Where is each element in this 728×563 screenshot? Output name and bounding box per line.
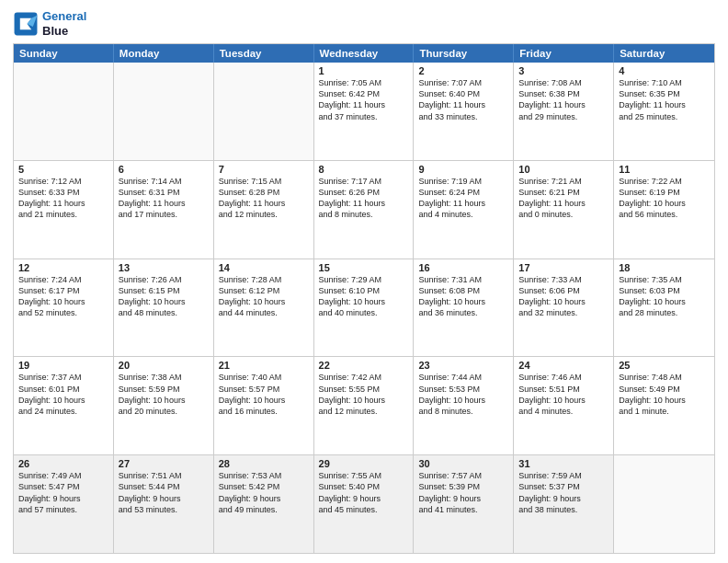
day-number: 28 [219, 458, 309, 469]
day-cell-23: 23Sunrise: 7:44 AM Sunset: 5:53 PM Dayli… [414, 357, 514, 454]
day-number: 16 [418, 262, 508, 273]
day-header-saturday: Saturday [614, 44, 714, 63]
day-header-wednesday: Wednesday [314, 44, 415, 63]
day-details: Sunrise: 7:17 AM Sunset: 6:26 PM Dayligh… [319, 176, 409, 221]
day-cell-24: 24Sunrise: 7:46 AM Sunset: 5:51 PM Dayli… [514, 357, 614, 454]
day-cell-18: 18Sunrise: 7:35 AM Sunset: 6:03 PM Dayli… [614, 259, 714, 357]
day-cell-8: 8Sunrise: 7:17 AM Sunset: 6:26 PM Daylig… [314, 161, 415, 259]
day-number: 17 [518, 262, 609, 273]
day-details: Sunrise: 7:37 AM Sunset: 6:01 PM Dayligh… [18, 372, 108, 417]
day-number: 11 [619, 164, 710, 175]
day-details: Sunrise: 7:29 AM Sunset: 6:10 PM Dayligh… [319, 274, 409, 319]
day-details: Sunrise: 7:57 AM Sunset: 5:39 PM Dayligh… [418, 470, 508, 515]
week-row-3: 19Sunrise: 7:37 AM Sunset: 6:01 PM Dayli… [14, 356, 714, 454]
day-details: Sunrise: 7:55 AM Sunset: 5:40 PM Dayligh… [319, 470, 409, 515]
day-details: Sunrise: 7:12 AM Sunset: 6:33 PM Dayligh… [18, 176, 108, 221]
day-cell-16: 16Sunrise: 7:31 AM Sunset: 6:08 PM Dayli… [414, 259, 514, 357]
day-number: 9 [418, 164, 508, 175]
day-details: Sunrise: 7:08 AM Sunset: 6:38 PM Dayligh… [518, 77, 609, 122]
day-number: 24 [518, 360, 609, 371]
day-cell-22: 22Sunrise: 7:42 AM Sunset: 5:55 PM Dayli… [314, 357, 415, 454]
day-header-tuesday: Tuesday [214, 44, 314, 63]
day-details: Sunrise: 7:14 AM Sunset: 6:31 PM Dayligh… [119, 176, 209, 221]
day-number: 15 [319, 262, 409, 273]
day-cell-19: 19Sunrise: 7:37 AM Sunset: 6:01 PM Dayli… [14, 357, 114, 454]
day-number: 3 [518, 65, 609, 76]
day-cell-25: 25Sunrise: 7:48 AM Sunset: 5:49 PM Dayli… [614, 357, 714, 454]
calendar-body: 1Sunrise: 7:05 AM Sunset: 6:42 PM Daylig… [14, 63, 714, 553]
day-cell-5: 5Sunrise: 7:12 AM Sunset: 6:33 PM Daylig… [14, 161, 114, 259]
day-cell-7: 7Sunrise: 7:15 AM Sunset: 6:28 PM Daylig… [214, 161, 314, 259]
day-header-friday: Friday [514, 44, 614, 63]
day-header-monday: Monday [114, 44, 214, 63]
day-number: 22 [319, 360, 409, 371]
day-details: Sunrise: 7:38 AM Sunset: 5:59 PM Dayligh… [119, 372, 209, 417]
day-number: 27 [119, 458, 209, 469]
day-number: 23 [418, 360, 508, 371]
day-number: 31 [518, 458, 609, 469]
day-cell-12: 12Sunrise: 7:24 AM Sunset: 6:17 PM Dayli… [14, 259, 114, 357]
day-details: Sunrise: 7:42 AM Sunset: 5:55 PM Dayligh… [319, 372, 409, 417]
day-header-sunday: Sunday [14, 44, 114, 63]
day-number: 25 [619, 360, 710, 371]
day-number: 19 [18, 360, 108, 371]
day-details: Sunrise: 7:24 AM Sunset: 6:17 PM Dayligh… [18, 274, 108, 319]
week-row-1: 5Sunrise: 7:12 AM Sunset: 6:33 PM Daylig… [14, 160, 714, 259]
calendar-header: SundayMondayTuesdayWednesdayThursdayFrid… [14, 44, 714, 63]
day-number: 14 [219, 262, 309, 273]
day-details: Sunrise: 7:33 AM Sunset: 6:06 PM Dayligh… [518, 274, 609, 319]
empty-cell [214, 63, 314, 160]
day-details: Sunrise: 7:15 AM Sunset: 6:28 PM Dayligh… [219, 176, 309, 221]
day-details: Sunrise: 7:44 AM Sunset: 5:53 PM Dayligh… [418, 372, 508, 417]
logo-text: General Blue [42, 9, 86, 38]
day-cell-15: 15Sunrise: 7:29 AM Sunset: 6:10 PM Dayli… [314, 259, 415, 357]
day-details: Sunrise: 7:31 AM Sunset: 6:08 PM Dayligh… [418, 274, 508, 319]
day-details: Sunrise: 7:28 AM Sunset: 6:12 PM Dayligh… [219, 274, 309, 319]
day-cell-17: 17Sunrise: 7:33 AM Sunset: 6:06 PM Dayli… [514, 259, 614, 357]
day-number: 13 [119, 262, 209, 273]
day-details: Sunrise: 7:35 AM Sunset: 6:03 PM Dayligh… [619, 274, 710, 319]
day-cell-10: 10Sunrise: 7:21 AM Sunset: 6:21 PM Dayli… [514, 161, 614, 259]
day-details: Sunrise: 7:26 AM Sunset: 6:15 PM Dayligh… [119, 274, 209, 319]
day-number: 6 [119, 164, 209, 175]
day-details: Sunrise: 7:10 AM Sunset: 6:35 PM Dayligh… [619, 77, 710, 122]
day-cell-3: 3Sunrise: 7:08 AM Sunset: 6:38 PM Daylig… [514, 63, 614, 160]
day-number: 26 [18, 458, 108, 469]
day-cell-21: 21Sunrise: 7:40 AM Sunset: 5:57 PM Dayli… [214, 357, 314, 454]
calendar: SundayMondayTuesdayWednesdayThursdayFrid… [13, 43, 715, 554]
day-number: 1 [319, 65, 409, 76]
day-cell-30: 30Sunrise: 7:57 AM Sunset: 5:39 PM Dayli… [414, 455, 514, 553]
day-details: Sunrise: 7:59 AM Sunset: 5:37 PM Dayligh… [518, 470, 609, 515]
header: General Blue [13, 9, 715, 38]
day-cell-9: 9Sunrise: 7:19 AM Sunset: 6:24 PM Daylig… [414, 161, 514, 259]
day-cell-11: 11Sunrise: 7:22 AM Sunset: 6:19 PM Dayli… [614, 161, 714, 259]
day-number: 30 [418, 458, 508, 469]
empty-cell [114, 63, 214, 160]
day-number: 2 [418, 65, 508, 76]
week-row-0: 1Sunrise: 7:05 AM Sunset: 6:42 PM Daylig… [14, 63, 714, 160]
day-details: Sunrise: 7:22 AM Sunset: 6:19 PM Dayligh… [619, 176, 710, 221]
day-details: Sunrise: 7:19 AM Sunset: 6:24 PM Dayligh… [418, 176, 508, 221]
day-details: Sunrise: 7:53 AM Sunset: 5:42 PM Dayligh… [219, 470, 309, 515]
day-number: 10 [518, 164, 609, 175]
day-cell-29: 29Sunrise: 7:55 AM Sunset: 5:40 PM Dayli… [314, 455, 415, 553]
day-number: 8 [319, 164, 409, 175]
day-cell-27: 27Sunrise: 7:51 AM Sunset: 5:44 PM Dayli… [114, 455, 214, 553]
day-cell-6: 6Sunrise: 7:14 AM Sunset: 6:31 PM Daylig… [114, 161, 214, 259]
day-details: Sunrise: 7:40 AM Sunset: 5:57 PM Dayligh… [219, 372, 309, 417]
empty-cell [14, 63, 114, 160]
day-details: Sunrise: 7:21 AM Sunset: 6:21 PM Dayligh… [518, 176, 609, 221]
day-cell-14: 14Sunrise: 7:28 AM Sunset: 6:12 PM Dayli… [214, 259, 314, 357]
day-cell-2: 2Sunrise: 7:07 AM Sunset: 6:40 PM Daylig… [414, 63, 514, 160]
day-number: 5 [18, 164, 108, 175]
day-details: Sunrise: 7:48 AM Sunset: 5:49 PM Dayligh… [619, 372, 710, 417]
day-number: 20 [119, 360, 209, 371]
day-cell-26: 26Sunrise: 7:49 AM Sunset: 5:47 PM Dayli… [14, 455, 114, 553]
week-row-2: 12Sunrise: 7:24 AM Sunset: 6:17 PM Dayli… [14, 259, 714, 357]
day-cell-13: 13Sunrise: 7:26 AM Sunset: 6:15 PM Dayli… [114, 259, 214, 357]
empty-cell [614, 455, 714, 553]
logo-icon [13, 11, 39, 37]
day-cell-4: 4Sunrise: 7:10 AM Sunset: 6:35 PM Daylig… [614, 63, 714, 160]
page: General Blue SundayMondayTuesdayWednesda… [0, 0, 728, 563]
day-header-thursday: Thursday [414, 44, 514, 63]
